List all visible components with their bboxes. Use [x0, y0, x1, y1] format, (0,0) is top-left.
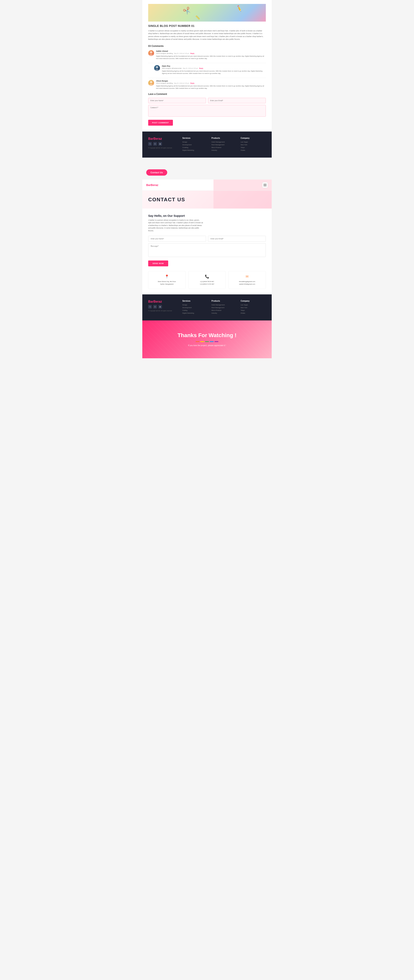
- phone-card: 📞 +(11)9934 5678 987+(11)9934 5 678 987: [188, 271, 226, 289]
- send-now-button[interactable]: SEND NOW: [148, 261, 168, 266]
- footer-link-newyork[interactable]: New York: [240, 144, 266, 146]
- contact-name-email-row: [148, 236, 266, 242]
- blog-header-image: ✂️ ✏️ 📏: [148, 4, 266, 22]
- footer2-link-hotel[interactable]: Hotel Management: [212, 304, 237, 306]
- footer2-link-lasvegas[interactable]: Las Vegas: [240, 304, 266, 306]
- comment-author: Sabbir Ahmed: [156, 50, 168, 52]
- comment-name-input[interactable]: [148, 98, 206, 103]
- comment-textarea[interactable]: [148, 105, 266, 117]
- footer-link-lasvegas[interactable]: Las Vegas: [240, 141, 266, 143]
- blog-section: ✂️ ✏️ 📏 SINGLE BLOG POST NUMBER 01 A bar…: [142, 0, 272, 132]
- contact-form-section: Say Hello, on Our Support A barber is a …: [142, 208, 272, 294]
- phone-icon: 📞: [191, 274, 223, 279]
- footer-link-industry[interactable]: Industry: [212, 150, 237, 151]
- linkedin-icon-2[interactable]: in: [153, 305, 157, 309]
- footer-link-digital-marketing[interactable]: Digital Marketing: [182, 150, 208, 151]
- footer2-link-micro[interactable]: Micro-Finance: [212, 310, 237, 311]
- blog-description: A barber is a person whose occupation is…: [148, 29, 266, 41]
- contact-email-input[interactable]: [208, 236, 266, 242]
- svg-point-4: [150, 81, 152, 83]
- footer2-link-tokyo[interactable]: Tokyo: [240, 310, 266, 311]
- contact-hero: CONTACT US: [142, 191, 272, 208]
- hamburger-menu[interactable]: [262, 182, 268, 188]
- linkedin-icon[interactable]: in: [153, 142, 157, 146]
- reply-link[interactable]: Reply: [190, 82, 194, 84]
- divider-dot-green: [205, 341, 209, 342]
- blog-title: SINGLE BLOG POST NUMBER 01: [148, 24, 266, 27]
- twitter-icon[interactable]: 𝕏: [148, 142, 152, 146]
- contact-info-row: 📍 West World City, 9th FloorSylhet, Bang…: [148, 271, 266, 289]
- leave-comment-section: Lave a Comment POST COMMENT: [148, 93, 266, 126]
- comment-author: Dipto Roy: [162, 65, 170, 67]
- footer2-link-dhaka[interactable]: Dhaka: [240, 312, 266, 314]
- comment-item: Alison Burgas UI/UX Designer @softling M…: [148, 80, 266, 89]
- contact-page: BarBeraz CONTACT US Say Hello, on Our Su…: [142, 180, 272, 294]
- footer2-copyright: © Copyright @2018. All rights reserved: [148, 310, 178, 312]
- footer-social: 𝕏 in ◉: [148, 142, 178, 146]
- thanks-title: Thanks For Watching !: [178, 332, 237, 339]
- footer-logo-beraz: Beraz: [153, 137, 162, 140]
- footer-link-creating[interactable]: Creating: [182, 146, 208, 148]
- instagram-icon-2[interactable]: ◉: [158, 305, 162, 309]
- avatar: [154, 65, 160, 71]
- footer-link-development[interactable]: Development: [182, 144, 208, 146]
- address-text: West World City, 9th FloorSylhet, Bangla…: [151, 280, 183, 286]
- hamburger-line-3: [263, 186, 267, 186]
- avatar: [148, 50, 154, 56]
- twitter-icon-2[interactable]: 𝕏: [148, 305, 152, 309]
- footer2-logo-beraz: Beraz: [153, 300, 162, 303]
- reply-link[interactable]: Reply: [199, 67, 203, 69]
- svg-point-1: [149, 54, 153, 56]
- footer2-link-industry[interactable]: Industry: [212, 312, 237, 314]
- footer-brand: BarBeraz 𝕏 in ◉ © Copyright @2018. All r…: [148, 137, 178, 152]
- footer2-link-coding[interactable]: Coding: [182, 310, 208, 311]
- comment-email-input[interactable]: [208, 98, 266, 103]
- footer2-logo: BarBeraz: [148, 300, 178, 304]
- footer2-link-newyork[interactable]: New York: [240, 307, 266, 309]
- comment-text: Digital Marketing Agency all the foundat…: [156, 55, 266, 60]
- footer-link-rent[interactable]: Rent Management: [212, 144, 237, 146]
- footer2-products-col: Products Hotel Management Rent Managemen…: [212, 300, 237, 315]
- footer-link-hotel[interactable]: Hotel Management: [212, 141, 237, 143]
- contact-header: BarBeraz: [142, 180, 272, 191]
- footer2-link-rent[interactable]: Rent Management: [212, 307, 237, 309]
- contact-us-label: Contact Us: [146, 169, 167, 176]
- thanks-divider: [196, 341, 218, 342]
- footer-company-col: Company Las Vegas New York Tokyo Osaka: [240, 137, 266, 152]
- comments-section: 03 Comments Sabbir Ahmed UI/UX Designer …: [148, 45, 266, 89]
- comment-role: Web Designer @freelancerlab: [162, 67, 182, 69]
- footer-copyright: © Copyright @2018. All rights reserved: [148, 147, 178, 149]
- footer2-link-development[interactable]: Development: [182, 307, 208, 309]
- contact-logo-bar: Bar: [146, 183, 151, 186]
- svg-point-2: [156, 66, 158, 68]
- footer-link-osaka[interactable]: Osaka: [240, 150, 266, 151]
- footer2-products-title: Products: [212, 300, 237, 302]
- reply-link[interactable]: Reply: [190, 52, 194, 54]
- hamburger-line-1: [263, 184, 267, 184]
- footer-products-title: Products: [212, 137, 237, 139]
- footer-link-design[interactable]: Design: [182, 141, 208, 143]
- divider-dot-yellow: [200, 341, 204, 342]
- footer2-link-design[interactable]: Design: [182, 304, 208, 306]
- footer-link-micro[interactable]: Micro-Finance: [212, 146, 237, 148]
- footer-services-title: Services: [182, 137, 208, 139]
- thanks-section: Thanks For Watching ! If you love the pr…: [142, 320, 272, 358]
- footer2-link-digital-marketing[interactable]: Digital Marketing: [182, 312, 208, 314]
- contact-name-input[interactable]: [148, 236, 206, 242]
- instagram-icon[interactable]: ◉: [158, 142, 162, 146]
- email-card: ✉ thesaltking@gmail.comsabbirr333@gmail.…: [228, 271, 266, 289]
- phone-text: +(11)9934 5678 987+(11)9934 5 678 987: [191, 280, 223, 286]
- footer-link-tokyo[interactable]: Tokyo: [240, 146, 266, 148]
- footer2-services-col: Services Design Development Coding Digit…: [182, 300, 208, 315]
- contact-message-textarea[interactable]: [148, 243, 266, 257]
- comment-body: Alison Burgas UI/UX Designer @softling M…: [156, 80, 266, 89]
- comment-author: Alison Burgas: [156, 80, 168, 82]
- avatar: [148, 80, 154, 86]
- comment-date: May 29, 1018 at 2:45 pm: [183, 68, 198, 69]
- divider-dot-blue: [210, 341, 214, 342]
- contact-logo: BarBeraz: [146, 183, 158, 186]
- footer-logo-bar: Bar: [148, 137, 153, 140]
- hamburger-line-2: [263, 185, 267, 185]
- post-comment-button[interactable]: POST COMMENT: [148, 120, 173, 126]
- comment-role: UI/UX Designer @softling: [156, 52, 173, 54]
